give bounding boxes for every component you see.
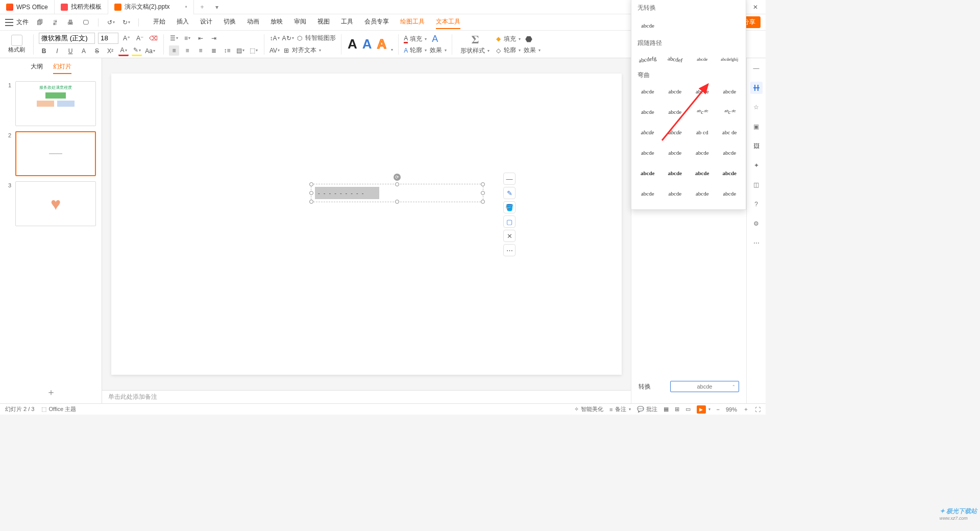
shape-effects-button[interactable]: 效果▾: [524, 46, 541, 55]
transform-bend-0-0[interactable]: abcde: [635, 83, 660, 100]
transform-none[interactable]: abcde: [635, 15, 660, 36]
transform-bend-5-0[interactable]: abcde: [635, 185, 660, 202]
float-layout-icon[interactable]: ▢: [503, 215, 516, 228]
tab-template[interactable]: 找稻壳模板: [55, 0, 108, 14]
resize-handle[interactable]: [309, 182, 313, 186]
highlight-icon[interactable]: ✎▾: [132, 46, 142, 56]
shape-style-button[interactable]: 形状样式▾: [460, 46, 489, 55]
transform-bend-4-2[interactable]: abcde: [690, 164, 715, 182]
float-collapse-icon[interactable]: —: [503, 173, 516, 185]
tab-insert[interactable]: 插入: [177, 15, 189, 29]
resize-handle[interactable]: [395, 200, 399, 204]
theme-button[interactable]: ⬚Office 主题: [41, 405, 76, 413]
font-color-icon[interactable]: A▾: [118, 46, 129, 56]
rotate-handle-icon[interactable]: ⟳: [394, 174, 401, 181]
format-brush-group[interactable]: 格式刷: [5, 31, 28, 58]
transform-bend-5-1[interactable]: abcde: [663, 185, 688, 202]
view-normal-icon[interactable]: ▦: [664, 406, 669, 413]
transform-bend-2-3[interactable]: abc de: [718, 124, 742, 141]
transform-bend-3-3[interactable]: abcde: [718, 144, 742, 161]
vtb-magic-icon[interactable]: ✦: [750, 159, 763, 172]
view-reading-icon[interactable]: ▭: [685, 406, 691, 413]
slide-thumb-1[interactable]: 服务政处满意程度: [15, 81, 96, 126]
shape-fill-button[interactable]: ◆填充▾: [495, 35, 521, 43]
resize-handle[interactable]: [309, 191, 313, 195]
align-center-icon[interactable]: ≡: [182, 45, 192, 56]
shape-outline-button[interactable]: ◇轮廓▾: [495, 46, 521, 55]
textbox[interactable]: ⟳ - - - - - - - - -: [313, 186, 481, 200]
save-icon[interactable]: 🗐: [35, 17, 45, 28]
notes-button[interactable]: ≡备注▾: [609, 405, 630, 413]
tab-member[interactable]: 会员专享: [364, 15, 389, 29]
float-edit-icon[interactable]: ✎: [503, 187, 516, 199]
italic-icon[interactable]: I: [52, 46, 62, 56]
notes-bar[interactable]: 单击此处添加备注: [102, 390, 631, 403]
transform-bend-4-0[interactable]: abcde: [635, 164, 660, 182]
add-slide-button[interactable]: ＋: [0, 381, 102, 403]
vtb-settings-icon[interactable]: ⚙: [750, 218, 763, 230]
transform-bend-3-2[interactable]: abcde: [690, 144, 715, 161]
outline-tab[interactable]: 大纲: [31, 62, 43, 74]
float-fill-icon[interactable]: 🪣: [503, 201, 516, 213]
beautify-button[interactable]: ✧智能美化: [574, 405, 603, 413]
transform-bend-3-1[interactable]: abcde: [663, 144, 688, 161]
vtb-collapse-icon[interactable]: —: [750, 62, 763, 75]
slide-thumb-2[interactable]: [15, 131, 96, 176]
bold-icon[interactable]: B: [39, 46, 49, 56]
superscript-icon[interactable]: X²: [105, 46, 115, 56]
strike-icon[interactable]: S: [92, 46, 102, 56]
zoom-in-icon[interactable]: ＋: [743, 405, 749, 413]
tab-tools[interactable]: 工具: [341, 15, 353, 29]
textbox-content[interactable]: - - - - - - - - -: [315, 187, 379, 199]
transform-bend-4-3[interactable]: abcde: [718, 164, 742, 182]
slides-tab[interactable]: 幻灯片: [53, 62, 71, 74]
close-icon[interactable]: ✕: [750, 2, 761, 12]
export-icon[interactable]: ⭿: [50, 17, 60, 28]
resize-handle[interactable]: [309, 200, 313, 204]
transform-bend-1-3[interactable]: ᵃᵇcᵈᵉ: [718, 103, 742, 120]
clear-format-icon[interactable]: ⌫: [148, 33, 158, 43]
tab-animation[interactable]: 动画: [247, 15, 259, 29]
tab-slideshow[interactable]: 放映: [271, 15, 283, 29]
slideshow-button[interactable]: ▶▾: [697, 405, 710, 414]
text-fill-button[interactable]: A填充▾: [404, 35, 427, 43]
decrease-font-icon[interactable]: A⁻: [135, 33, 145, 43]
transform-bend-4-1[interactable]: abcde: [663, 164, 688, 182]
vtb-adjust-icon[interactable]: [750, 82, 763, 94]
tab-wps[interactable]: WPS Office: [0, 0, 55, 14]
transform-bend-3-0[interactable]: abcde: [635, 144, 660, 161]
shadow-icon[interactable]: A: [79, 46, 89, 56]
print-icon[interactable]: 🖶: [65, 17, 76, 28]
vtb-help-icon[interactable]: ?: [750, 198, 763, 210]
vtb-layers-icon[interactable]: ◫: [750, 179, 763, 191]
font-name-select[interactable]: [39, 33, 95, 44]
resize-handle[interactable]: [395, 182, 399, 186]
transform-path-2[interactable]: abcdef: [662, 49, 688, 69]
undo-icon[interactable]: ↺▾: [106, 17, 116, 28]
wordart-style-2[interactable]: A: [361, 36, 373, 52]
tab-add[interactable]: ＋: [194, 3, 210, 11]
underline-icon[interactable]: U: [65, 46, 76, 56]
tab-design[interactable]: 设计: [200, 15, 212, 29]
three-d-icon[interactable]: ⬣: [524, 34, 534, 44]
resize-handle[interactable]: [481, 182, 485, 186]
wordart-gallery[interactable]: A A A ▾: [347, 36, 393, 52]
increase-font-icon[interactable]: A⁺: [121, 33, 132, 43]
numbering-icon[interactable]: ≡▾: [182, 33, 192, 43]
slide-thumb-3[interactable]: ♥: [15, 181, 96, 226]
char-spacing-icon[interactable]: AV▾: [270, 45, 280, 56]
tab-start[interactable]: 开始: [153, 15, 165, 29]
transform-bend-0-3[interactable]: abcde: [718, 83, 742, 100]
smart-graphic-button[interactable]: ⬡转智能图形: [296, 34, 336, 42]
transform-bend-1-0[interactable]: abcde: [635, 103, 660, 120]
tab-text-tools[interactable]: 文本工具: [436, 15, 460, 29]
case-icon[interactable]: Aa▾: [145, 46, 155, 56]
transform-path-4[interactable]: abcdefghij: [718, 51, 742, 68]
decrease-indent-icon[interactable]: ⇤: [195, 33, 206, 43]
text-direction-icon[interactable]: ↕A▾: [270, 33, 280, 43]
increase-indent-icon[interactable]: ⇥: [209, 33, 219, 43]
resize-handle[interactable]: [481, 191, 485, 195]
wordart-style-1[interactable]: A: [347, 36, 358, 52]
align-text-button[interactable]: ⊞对齐文本▾: [283, 46, 321, 55]
tab-drawing-tools[interactable]: 绘图工具: [400, 15, 425, 29]
